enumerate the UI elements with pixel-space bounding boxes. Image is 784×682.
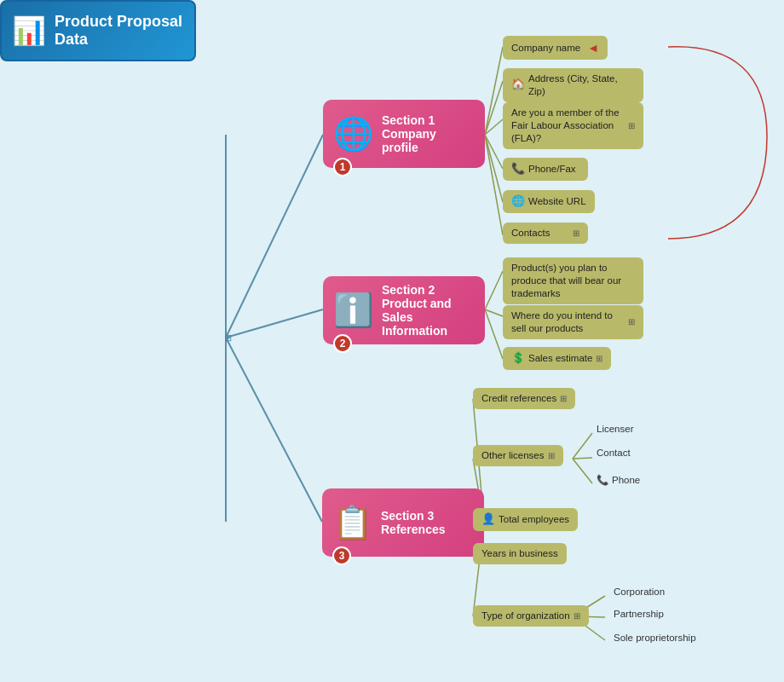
section3-label: Section 3 References <box>381 509 446 536</box>
svg-line-5 <box>485 119 503 135</box>
section1-node[interactable]: 🌐 Section 1 Company profile <box>323 100 485 168</box>
website-icon: 🌐 <box>511 194 525 209</box>
leaf-years-label: Years in business <box>481 547 558 560</box>
arrow-icon: ◄ <box>587 40 599 55</box>
leaf-contacts-label: Contacts <box>511 227 550 240</box>
section2-badge: 2 <box>333 334 352 353</box>
leaf-address-label: Address (City, State, Zip) <box>528 72 635 98</box>
svg-line-9 <box>485 271 503 309</box>
where-sell-expand[interactable]: ⊞ <box>628 316 635 327</box>
section2-wrapper: ℹ️ Section 2 Product and Sales Informati… <box>323 276 485 344</box>
leaf-other-licenses-label: Other licenses <box>481 449 545 462</box>
section3-badge: 3 <box>332 546 351 565</box>
sub-phone: 📞 Phone <box>597 474 640 486</box>
credit-expand[interactable]: ⊞ <box>560 393 567 404</box>
phone-icon: 📞 <box>511 162 525 176</box>
leaf-fla-label: Are you a member of the Fair Labour Asso… <box>511 107 625 145</box>
leaf-website-label: Website URL <box>528 195 586 208</box>
sub-licenser: Licenser <box>597 424 633 434</box>
section1-wrapper: 🌐 Section 1 Company profile 1 <box>323 100 485 168</box>
leaf-total-employees[interactable]: 👤 Total employees <box>473 508 578 531</box>
svg-line-11 <box>485 309 503 359</box>
other-licenses-expand[interactable]: ⊞ <box>548 450 555 461</box>
sales-expand[interactable]: ⊞ <box>596 353 602 364</box>
sub-corporation: Corporation <box>614 587 665 597</box>
employees-icon: 👤 <box>481 512 495 527</box>
root-icon: 📊 <box>12 14 46 47</box>
fla-expand[interactable]: ⊞ <box>628 120 635 131</box>
section2-node[interactable]: ℹ️ Section 2 Product and Sales Informati… <box>323 276 485 344</box>
section1-badge: 1 <box>333 158 352 176</box>
sub-contact: Contact <box>597 448 631 458</box>
section3-wrapper: 📋 Section 3 References 3 <box>322 488 484 557</box>
svg-line-18 <box>573 458 592 459</box>
leaf-credit-label: Credit references <box>481 392 556 405</box>
licenser-label: Licenser <box>597 424 633 434</box>
leaf-phone[interactable]: 📞 Phone/Fax <box>503 158 588 181</box>
leaf-products-label: Product(s) you plan to produce that will… <box>511 262 635 300</box>
leaf-company-name[interactable]: Company name ◄ <box>503 36 608 60</box>
leaf-sales-label: Sales estimate <box>528 352 592 365</box>
svg-line-2 <box>226 338 322 522</box>
phone-sub-icon: 📞 <box>597 474 608 486</box>
svg-line-0 <box>226 135 323 338</box>
section2-label: Section 2 Product and Sales Information <box>382 283 475 338</box>
leaf-where-sell[interactable]: Where do you intend to sell our products… <box>503 305 643 339</box>
svg-line-1 <box>226 309 323 338</box>
contacts-expand[interactable]: ⊞ <box>573 228 579 239</box>
sales-icon: 💲 <box>511 351 525 366</box>
leaf-other-licenses[interactable]: Other licenses ⊞ <box>473 445 563 466</box>
sole-prop-label: Sole proprietorship <box>614 633 696 643</box>
svg-line-4 <box>485 81 503 135</box>
leaf-contacts[interactable]: Contacts ⊞ <box>503 223 588 244</box>
root-label: Product Proposal Data <box>55 13 184 49</box>
leaf-type-org-label: Type of organization <box>481 610 570 622</box>
sub-sole-prop: Sole proprietorship <box>614 633 696 643</box>
phone-sub-label: Phone <box>612 475 640 485</box>
leaf-phone-label: Phone/Fax <box>528 163 576 176</box>
sub-partnership: Partnership <box>614 609 664 619</box>
contact-label: Contact <box>597 448 631 458</box>
root-expand[interactable]: ⊞ <box>224 332 232 344</box>
leaf-company-name-label: Company name <box>511 42 580 55</box>
svg-line-17 <box>573 433 592 459</box>
leaf-address[interactable]: 🏠 Address (City, State, Zip) <box>503 68 643 102</box>
svg-line-19 <box>573 459 592 483</box>
corporation-label: Corporation <box>614 587 665 597</box>
leaf-sales-est[interactable]: 💲 Sales estimate ⊞ <box>503 347 611 370</box>
address-icon: 🏠 <box>511 78 525 92</box>
section1-label: Section 1 Company profile <box>382 113 475 154</box>
leaf-website[interactable]: 🌐 Website URL <box>503 190 595 213</box>
svg-line-3 <box>485 47 503 135</box>
leaf-fla[interactable]: Are you a member of the Fair Labour Asso… <box>503 102 643 149</box>
leaf-employees-label: Total employees <box>499 513 569 526</box>
partnership-label: Partnership <box>614 609 664 619</box>
leaf-where-sell-label: Where do you intend to sell our products <box>511 309 625 335</box>
leaf-years-business[interactable]: Years in business <box>473 543 567 564</box>
leaf-credit-refs[interactable]: Credit references ⊞ <box>473 388 575 409</box>
svg-line-8 <box>485 135 503 235</box>
root-node: 📊 Product Proposal Data <box>0 0 196 61</box>
section3-icon: 📋 <box>332 504 372 541</box>
leaf-products[interactable]: Product(s) you plan to produce that will… <box>503 257 643 304</box>
section2-icon: ℹ️ <box>333 292 373 329</box>
svg-line-10 <box>485 309 503 316</box>
type-org-expand[interactable]: ⊞ <box>574 610 580 621</box>
section1-icon: 🌐 <box>333 115 373 153</box>
svg-line-6 <box>485 135 503 169</box>
svg-line-7 <box>485 135 503 202</box>
section3-node[interactable]: 📋 Section 3 References <box>322 488 484 557</box>
leaf-type-org[interactable]: Type of organization ⊞ <box>473 605 589 627</box>
